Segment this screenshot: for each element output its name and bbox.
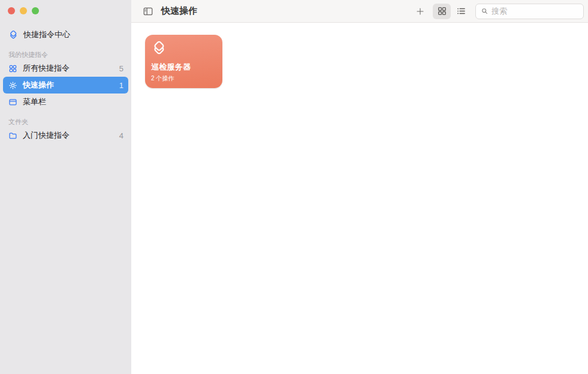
main-area: 快速操作 <box>131 0 588 374</box>
sidebar-item-quick-actions[interactable]: 快速操作 1 <box>3 77 128 94</box>
add-shortcut-button[interactable] <box>413 4 427 19</box>
sidebar-item-label: 快捷指令中心 <box>23 29 70 40</box>
window-controls <box>0 0 131 14</box>
sidebar-item-all-shortcuts[interactable]: 所有快捷指令 5 <box>3 60 128 77</box>
sidebar-item-label: 入门快捷指令 <box>23 130 70 141</box>
sidebar-item-label: 所有快捷指令 <box>23 63 70 74</box>
search-icon <box>481 7 489 15</box>
search-field[interactable] <box>475 4 584 19</box>
sidebar-item-label: 快速操作 <box>23 80 54 91</box>
grid-view-button[interactable] <box>433 4 451 19</box>
sidebar-item-starter-shortcuts[interactable]: 入门快捷指令 4 <box>3 127 128 144</box>
sidebar-item-shortcuts-center[interactable]: 快捷指令中心 <box>3 26 128 43</box>
folder-icon <box>8 131 17 140</box>
list-view-button[interactable] <box>452 4 470 19</box>
shortcut-card-text: 巡检服务器 2 个操作 <box>151 62 216 83</box>
toolbar: 快速操作 <box>131 0 588 23</box>
shortcuts-layers-icon <box>151 40 167 56</box>
sidebar: 快捷指令中心 我的快捷指令 所有快捷指令 5 <box>0 0 131 374</box>
toggle-sidebar-button[interactable] <box>143 6 153 17</box>
shortcuts-grid: 巡检服务器 2 个操作 <box>131 23 588 374</box>
sidebar-list: 快捷指令中心 我的快捷指令 所有快捷指令 5 <box>0 14 131 144</box>
shortcut-name: 巡检服务器 <box>151 62 216 73</box>
sidebar-item-count: 4 <box>119 131 123 140</box>
sidebar-item-count: 5 <box>119 64 123 73</box>
zoom-window-button[interactable] <box>32 7 39 14</box>
minimize-window-button[interactable] <box>20 7 27 14</box>
page-title: 快速操作 <box>161 5 197 17</box>
sidebar-section-header-my-shortcuts: 我的快捷指令 <box>3 50 128 59</box>
grid-icon <box>8 64 17 73</box>
shortcut-card[interactable]: 巡检服务器 2 个操作 <box>145 35 222 88</box>
sidebar-section-header-folders: 文件夹 <box>3 117 128 126</box>
search-input[interactable] <box>491 7 578 16</box>
menubar-icon <box>8 98 17 107</box>
close-window-button[interactable] <box>8 7 15 14</box>
shortcuts-layers-icon <box>8 30 18 40</box>
gear-icon <box>8 81 17 90</box>
shortcuts-app-window: 快捷指令中心 我的快捷指令 所有快捷指令 5 <box>0 0 588 374</box>
sidebar-item-label: 菜单栏 <box>23 96 46 107</box>
shortcut-action-count: 2 个操作 <box>151 74 216 83</box>
sidebar-item-menu-bar[interactable]: 菜单栏 <box>3 94 128 110</box>
view-mode-segmented-control <box>433 4 470 19</box>
sidebar-item-count: 1 <box>119 81 123 90</box>
toolbar-right-group <box>413 4 584 19</box>
